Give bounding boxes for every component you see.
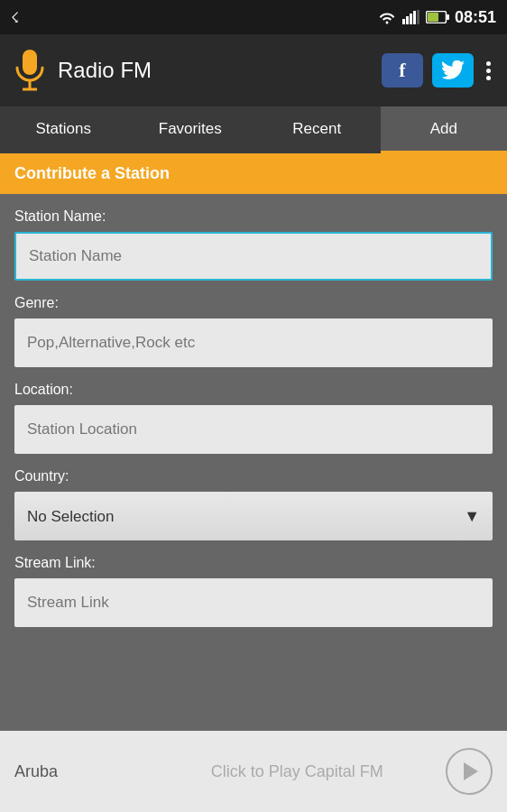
twitter-button[interactable] <box>432 53 474 88</box>
stream-link-label: Stream Link: <box>14 555 493 571</box>
status-bar-right: 08:51 <box>377 8 496 27</box>
location-group: Location: <box>14 382 493 454</box>
svg-rect-0 <box>402 19 405 24</box>
svg-rect-4 <box>417 10 419 24</box>
svg-rect-7 <box>447 14 449 20</box>
status-time: 08:51 <box>455 8 496 27</box>
wifi-icon <box>377 10 397 24</box>
content-area: Contribute a Station Station Name: Genre… <box>0 153 507 812</box>
svg-rect-8 <box>23 50 37 75</box>
header-logo: Radio FM <box>13 49 369 92</box>
facebook-button[interactable]: f <box>382 53 423 88</box>
status-bar: ☇ 08:51 <box>0 0 507 34</box>
country-select[interactable]: No Selection Aruba Afghanistan Albania A… <box>14 492 493 540</box>
svg-rect-2 <box>410 14 412 24</box>
tab-favorites[interactable]: Favorites <box>127 106 254 153</box>
contribute-title: Contribute a Station <box>14 164 170 182</box>
country-group: Country: No Selection Aruba Afghanistan … <box>14 468 493 540</box>
twitter-icon <box>441 60 465 80</box>
play-button[interactable] <box>446 748 493 795</box>
menu-dot-1 <box>486 61 491 66</box>
microphone-icon <box>14 48 46 93</box>
signal-icon <box>402 10 420 24</box>
bottom-bar: Aruba Click to Play Capital FM <box>0 731 507 812</box>
menu-button[interactable] <box>483 58 494 84</box>
usb-icon: ☇ <box>11 9 19 26</box>
mic-icon-container <box>13 49 47 92</box>
contribute-banner: Contribute a Station <box>0 153 507 194</box>
svg-rect-6 <box>428 13 438 22</box>
bottom-play-hint: Click to Play Capital FM <box>163 762 431 781</box>
app-title: Radio FM <box>58 58 152 83</box>
header: Radio FM f <box>0 34 507 106</box>
facebook-label: f <box>399 59 405 82</box>
genre-group: Genre: <box>14 295 493 367</box>
svg-rect-3 <box>413 11 416 24</box>
station-name-label: Station Name: <box>14 208 493 225</box>
station-name-group: Station Name: <box>14 208 493 281</box>
tab-recent[interactable]: Recent <box>254 106 381 153</box>
genre-input[interactable] <box>14 318 493 367</box>
location-input[interactable] <box>14 405 493 454</box>
stream-link-group: Stream Link: <box>14 555 493 627</box>
country-select-wrapper: No Selection Aruba Afghanistan Albania A… <box>14 492 493 540</box>
country-label: Country: <box>14 468 493 484</box>
battery-icon <box>426 11 449 23</box>
tab-add[interactable]: Add <box>381 106 508 153</box>
station-name-input[interactable] <box>14 232 493 281</box>
play-icon <box>464 762 478 780</box>
header-actions: f <box>382 53 494 88</box>
location-label: Location: <box>14 382 493 398</box>
svg-rect-1 <box>406 16 409 24</box>
form-container: Station Name: Genre: Location: Country: … <box>0 194 507 627</box>
menu-dot-2 <box>486 69 491 73</box>
menu-dot-3 <box>486 76 491 80</box>
stream-link-input[interactable] <box>14 578 493 627</box>
bottom-location: Aruba <box>14 762 149 781</box>
tab-stations[interactable]: Stations <box>0 106 127 153</box>
genre-label: Genre: <box>14 295 493 311</box>
tabs-bar: Stations Favorites Recent Add <box>0 106 507 153</box>
status-bar-left: ☇ <box>11 9 19 26</box>
